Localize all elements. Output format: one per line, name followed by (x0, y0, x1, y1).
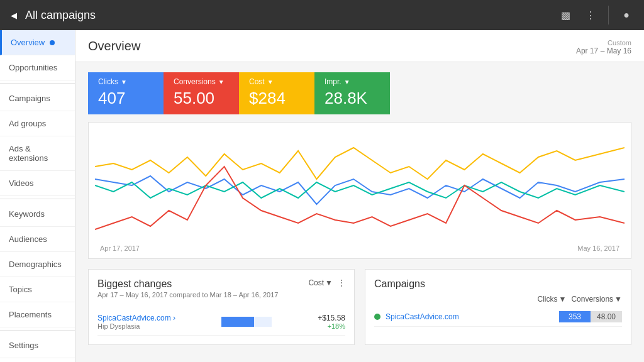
biggest-changes-title: Biggest changes (97, 278, 278, 290)
sidebar-item-demographics[interactable]: Demographics (0, 252, 75, 277)
account-icon[interactable]: ● (616, 5, 636, 25)
stat-clicks[interactable]: Clicks ▼ 407 (88, 72, 164, 114)
sidebar: Overview Opportunities Campaigns Ad grou… (0, 30, 75, 362)
campaign-row-0: SpicaCastAdvice.com 353 48.00 (374, 307, 622, 327)
header-icons: ▩ ⋮ ● (555, 5, 636, 25)
sidebar-item-overview[interactable]: Overview (0, 30, 75, 55)
sidebar-item-ads[interactable]: Ads & extensions (0, 136, 75, 171)
campaigns-col-headers: Clicks ▼ Conversions ▼ (374, 295, 622, 304)
filter-arrow-icon: ▼ (325, 278, 333, 287)
chart-start-date: Apr 17, 2017 (100, 244, 140, 252)
sidebar-item-settings[interactable]: Settings (0, 333, 75, 358)
stat-impr-label: Impr. ▼ (325, 77, 380, 86)
changes-bar-container (221, 317, 272, 327)
stat-impr-value: 28.8K (325, 89, 380, 108)
sidebar-item-audiences[interactable]: Audiences (0, 227, 75, 252)
cost-arrow-icon: ▼ (267, 79, 274, 85)
date-range: Custom Apr 17 – May 16 (576, 39, 631, 55)
campaign-name[interactable]: SpicaCastAdvice.com (386, 312, 559, 321)
chart-dates: Apr 17, 2017 May 16, 2017 (95, 242, 625, 252)
page-title: All campaigns (25, 9, 555, 22)
campaigns-header: Campaigns (374, 278, 622, 291)
more-icon[interactable]: ⋮ (580, 5, 601, 25)
stat-cost[interactable]: Cost ▼ $284 (239, 72, 314, 114)
biggest-changes-title-block: Biggest changes Apr 17 – May 16, 2017 co… (97, 278, 278, 305)
campaign-clicks: 353 (559, 311, 591, 322)
date-range-value: Apr 17 – May 16 (576, 47, 631, 55)
col-clicks[interactable]: Clicks ▼ (538, 295, 567, 304)
changes-bar (221, 317, 254, 327)
biggest-changes-filter: Cost ▼ ⋮ (308, 278, 345, 287)
biggest-changes-panel: Biggest changes Apr 17 – May 16, 2017 co… (88, 269, 355, 345)
main-content: Overview Custom Apr 17 – May 16 Clicks ▼… (75, 30, 644, 362)
stat-conversions-label: Conversions ▼ (174, 77, 229, 86)
stat-clicks-value: 407 (98, 89, 153, 108)
stat-clicks-label: Clicks ▼ (98, 77, 153, 86)
more-options-icon[interactable]: ⋮ (338, 278, 345, 287)
chart-container: Apr 17, 2017 May 16, 2017 (88, 122, 631, 259)
changes-amount: +$15.58 (318, 314, 345, 322)
stat-cost-label: Cost ▼ (249, 77, 304, 86)
sidebar-item-opportunities[interactable]: Opportunities (0, 55, 75, 80)
active-dot (50, 40, 55, 45)
col-clicks-arrow: ▼ (559, 295, 567, 304)
biggest-changes-header: Biggest changes Apr 17 – May 16, 2017 co… (97, 278, 345, 305)
line-chart (95, 129, 625, 242)
changes-name-block: SpicaCastAdvice.com › Hip Dysplasia (97, 314, 175, 330)
back-arrow[interactable]: ◀ (8, 9, 20, 21)
changes-row-0: SpicaCastAdvice.com › Hip Dysplasia +$15… (97, 309, 345, 336)
stats-row: Clicks ▼ 407 Conversions ▼ 55.00 Cost ▼ … (88, 72, 631, 114)
bottom-row: Biggest changes Apr 17 – May 16, 2017 co… (88, 269, 631, 345)
sidebar-item-campaigns[interactable]: Campaigns (0, 86, 75, 111)
sidebar-item-keywords[interactable]: Keywords (0, 202, 75, 227)
campaign-conversions: 48.00 (591, 311, 622, 322)
col-conversions[interactable]: Conversions ▼ (571, 295, 622, 304)
sidebar-item-topics[interactable]: Topics (0, 277, 75, 302)
chart-icon[interactable]: ▩ (555, 5, 575, 25)
changes-value: +$15.58 +18% (318, 314, 345, 330)
sidebar-item-videos[interactable]: Videos (0, 171, 75, 196)
overview-title: Overview (88, 39, 140, 53)
impr-arrow-icon: ▼ (344, 79, 350, 85)
biggest-changes-subtitle: Apr 17 – May 16, 2017 compared to Mar 18… (97, 291, 278, 299)
sidebar-item-adgroups[interactable]: Ad groups (0, 111, 75, 136)
col-conversions-arrow: ▼ (614, 295, 622, 304)
campaigns-title: Campaigns (374, 278, 425, 290)
conversions-arrow-icon: ▼ (218, 79, 225, 85)
date-custom-label: Custom (576, 39, 631, 47)
sidebar-divider-2 (0, 199, 75, 199)
header-divider (608, 6, 609, 25)
stat-conversions-value: 55.00 (174, 89, 229, 108)
stat-cost-value: $284 (249, 89, 304, 108)
sidebar-divider-1 (0, 83, 75, 84)
sidebar-item-placements[interactable]: Placements (0, 302, 75, 327)
sidebar-divider-3 (0, 330, 75, 331)
cost-filter-btn[interactable]: Cost ▼ (308, 278, 333, 287)
top-header: ◀ All campaigns ▩ ⋮ ● (0, 0, 644, 30)
changes-pct: +18% (318, 322, 345, 330)
campaigns-panel: Campaigns Clicks ▼ Conversions ▼ SpicaCa… (365, 269, 631, 345)
overview-header: Overview Custom Apr 17 – May 16 (75, 30, 644, 62)
changes-subname: Hip Dysplasia (97, 322, 175, 330)
campaign-dot (374, 314, 380, 320)
changes-name[interactable]: SpicaCastAdvice.com › (97, 314, 175, 322)
chart-end-date: May 16, 2017 (577, 244, 619, 252)
chart-area (95, 129, 625, 242)
clicks-arrow-icon: ▼ (121, 79, 127, 85)
main-layout: Overview Opportunities Campaigns Ad grou… (0, 30, 644, 362)
stat-impr[interactable]: Impr. ▼ 28.8K (314, 72, 390, 114)
stat-conversions[interactable]: Conversions ▼ 55.00 (164, 72, 239, 114)
